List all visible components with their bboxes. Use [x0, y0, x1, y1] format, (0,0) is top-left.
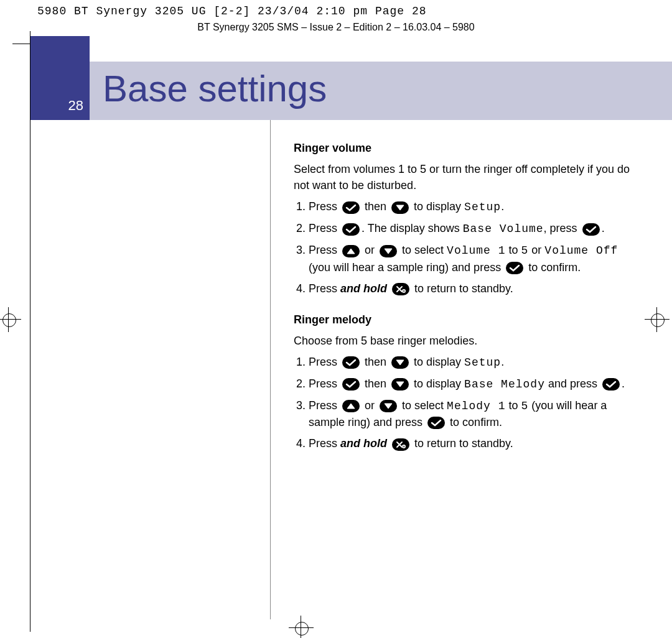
page: 5980 BT Synergy 3205 UG [2-2] 23/3/04 2:…	[0, 0, 672, 638]
page-title: Base settings	[103, 67, 327, 110]
down-icon	[391, 378, 409, 391]
step-list: Press then to display Setup.Press then t…	[294, 354, 630, 451]
section-heading: Ringer melody	[294, 312, 630, 328]
down-icon	[391, 356, 409, 369]
body-text: Ringer volumeSelect from volumes 1 to 5 …	[294, 140, 630, 456]
display-text: Volume 1	[447, 244, 505, 257]
section-intro: Choose from 5 base ringer melodies.	[294, 333, 630, 349]
page-number-box: 28	[30, 36, 90, 120]
step: Press then to display Setup.	[309, 198, 630, 215]
down-icon	[380, 245, 397, 257]
registration-mark	[0, 311, 17, 328]
display-text: Base Volume	[463, 223, 544, 235]
display-text: 5	[521, 400, 529, 412]
section-heading: Ringer volume	[294, 140, 630, 156]
up-icon	[342, 400, 360, 412]
step: Press then to display Setup.	[309, 354, 630, 371]
up-icon	[342, 245, 360, 257]
step: Press or to select Volume 1 to 5 or Volu…	[309, 242, 630, 275]
cancel-icon	[392, 438, 409, 451]
display-text: Melody 1	[447, 400, 505, 412]
print-slug: 5980 BT Synergy 3205 UG [2-2] 23/3/04 2:…	[37, 5, 427, 17]
display-text: Setup	[464, 356, 501, 369]
emphasis: and hold	[340, 437, 387, 450]
ok-icon	[506, 262, 523, 274]
running-head: BT Synergy 3205 SMS – Issue 2 – Edition …	[0, 22, 672, 33]
display-text: 5	[521, 244, 529, 257]
ok-icon	[582, 223, 600, 236]
step: Press or to select Melody 1 to 5 (you wi…	[309, 397, 630, 430]
step: Press then to display Base Melody and pr…	[309, 376, 630, 392]
ok-icon	[342, 378, 360, 391]
margin-rule	[30, 36, 30, 632]
step: Press . The display shows Base Volume, p…	[309, 220, 630, 237]
section-intro: Select from volumes 1 to 5 or turn the r…	[294, 161, 630, 193]
crop-mark	[12, 44, 30, 44]
step-list: Press then to display Setup.Press . The …	[294, 198, 630, 296]
registration-mark	[292, 619, 310, 637]
ok-icon	[427, 417, 445, 429]
ok-icon	[342, 201, 360, 214]
emphasis: and hold	[340, 282, 387, 295]
step: Press and hold to return to standby.	[309, 435, 630, 451]
page-number: 28	[30, 98, 83, 114]
registration-mark	[648, 311, 666, 328]
down-icon	[391, 201, 409, 214]
ok-icon	[342, 223, 360, 236]
ok-icon	[342, 356, 360, 369]
cancel-icon	[392, 283, 409, 295]
display-text: Setup	[464, 201, 501, 213]
ok-icon	[602, 378, 620, 391]
display-text: Volume Off	[544, 244, 618, 257]
display-text: Base Melody	[464, 378, 545, 391]
down-icon	[380, 400, 397, 412]
step: Press and hold to return to standby.	[309, 280, 630, 297]
column-rule	[270, 120, 271, 619]
